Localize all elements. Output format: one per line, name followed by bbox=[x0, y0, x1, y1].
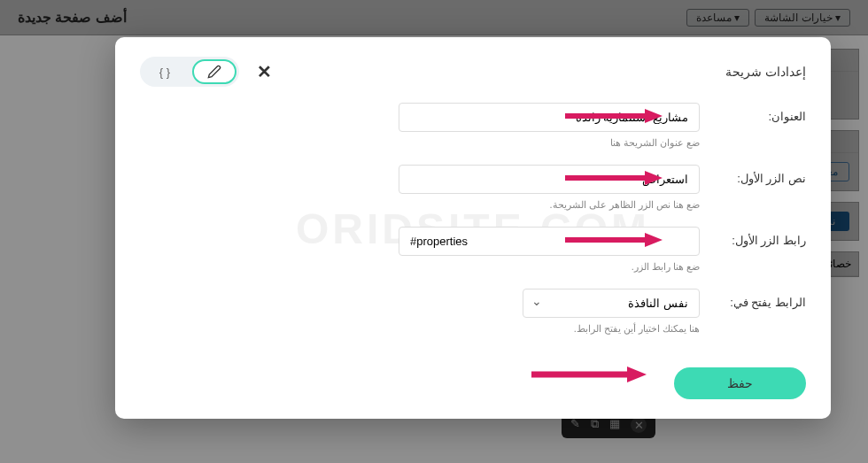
hint-title: ضع عنوان الشريحة هنا bbox=[246, 137, 700, 149]
slide-settings-modal: ORIDSITE.COM إعدادات شريحة { } ✕ العنوان… bbox=[115, 37, 831, 419]
input-btn1-link[interactable] bbox=[399, 227, 700, 256]
input-btn1-text[interactable] bbox=[399, 165, 700, 194]
close-button[interactable]: ✕ bbox=[257, 61, 272, 82]
hint-btn1-text: ضع هنا نص الزر الظاهر على الشريحة. bbox=[246, 199, 700, 211]
input-title[interactable] bbox=[399, 103, 700, 132]
modal-header: إعدادات شريحة { } ✕ bbox=[140, 57, 806, 87]
row-title: العنوان: ضع عنوان الشريحة هنا bbox=[246, 103, 806, 149]
label-btn1-text: نص الزر الأول: bbox=[717, 165, 806, 185]
form-body: العنوان: ضع عنوان الشريحة هنا نص الزر ال… bbox=[140, 103, 806, 359]
code-view-toggle[interactable]: { } bbox=[143, 59, 187, 84]
view-toggle: { } bbox=[140, 57, 239, 87]
row-target: الرابط يفتح في: نفس النافذة هنا يمكنك اخ… bbox=[246, 289, 806, 335]
select-target[interactable]: نفس النافذة bbox=[523, 289, 700, 318]
row-btn1-text: نص الزر الأول: ضع هنا نص الزر الظاهر على… bbox=[246, 165, 806, 211]
modal-footer: حفظ bbox=[140, 359, 806, 399]
arrow-annotation bbox=[531, 364, 647, 385]
label-title: العنوان: bbox=[717, 103, 806, 123]
save-button[interactable]: حفظ bbox=[674, 367, 806, 399]
modal-title: إعدادات شريحة bbox=[725, 65, 806, 79]
row-btn1-link: رابط الزر الأول: ضع هنا رابط الزر. bbox=[246, 227, 806, 273]
svg-marker-7 bbox=[627, 367, 647, 382]
label-target: الرابط يفتح في: bbox=[717, 289, 806, 309]
label-btn1-link: رابط الزر الأول: bbox=[717, 227, 806, 247]
hint-btn1-link: ضع هنا رابط الزر. bbox=[246, 261, 700, 273]
design-view-toggle[interactable] bbox=[192, 59, 236, 84]
hint-target: هنا يمكنك اختيار أين يفتح الرابط. bbox=[246, 323, 700, 335]
